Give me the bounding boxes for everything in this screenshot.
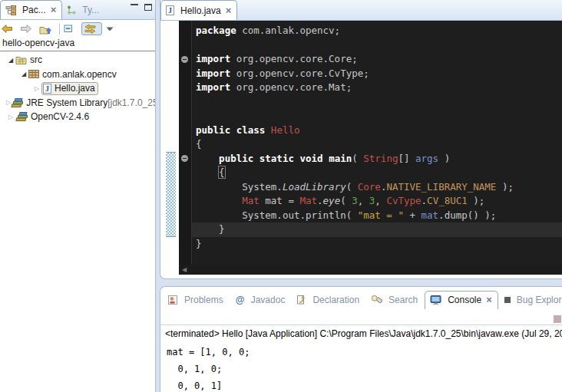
code-line[interactable] bbox=[192, 95, 562, 110]
code-token: { bbox=[196, 138, 202, 150]
collapsed-arrow-icon[interactable]: ▷ bbox=[6, 114, 15, 120]
close-icon[interactable]: × bbox=[486, 296, 492, 304]
code-token: "mat = " bbox=[358, 209, 404, 221]
code-token: CvType bbox=[386, 195, 421, 206]
tree-item-com.anlak.opencv[interactable]: ◢com.anlak.opencv bbox=[0, 68, 155, 82]
code-line[interactable]: import org.opencv.core.CvType; bbox=[192, 67, 562, 81]
close-icon[interactable]: × bbox=[226, 7, 232, 15]
back-icon[interactable] bbox=[1, 24, 16, 34]
src-folder-icon bbox=[15, 55, 27, 64]
code-token: ( bbox=[340, 195, 352, 206]
code-line[interactable]: import org.opencv.core.Core; bbox=[192, 52, 562, 67]
tree-item-src[interactable]: ◢src bbox=[0, 53, 155, 68]
code-line[interactable]: } bbox=[192, 222, 562, 237]
maximize-icon[interactable] bbox=[144, 4, 152, 11]
code-token: ); bbox=[468, 195, 485, 206]
collapse-all-icon[interactable] bbox=[64, 25, 78, 34]
tab-hello-java[interactable]: JHello.java× bbox=[160, 0, 237, 20]
tab-label: Javadoc bbox=[251, 295, 286, 305]
tab-label: Bug Explorer bbox=[517, 295, 562, 305]
minimize-icon[interactable] bbox=[131, 4, 138, 11]
editor-body: package com.anlak.opencv;import org.open… bbox=[164, 21, 562, 265]
divider bbox=[160, 324, 562, 325]
tree-item-label: JRE System Library bbox=[26, 97, 107, 108]
search-icon bbox=[371, 295, 382, 305]
expanded-arrow-icon[interactable]: ◢ bbox=[6, 57, 15, 64]
problems-icon bbox=[168, 295, 178, 305]
panel-window-buttons bbox=[131, 4, 152, 11]
console-output[interactable]: mat = [1, 0, 0; 0, 1, 0; 0, 0, 1] bbox=[167, 344, 250, 392]
tab-console[interactable]: Console× bbox=[425, 291, 498, 309]
editor-panel: JHello.java× package com.anlak.opencv;im… bbox=[160, 0, 562, 279]
code-line[interactable]: import org.opencv.core.Mat; bbox=[192, 81, 562, 95]
tab-search[interactable]: Search bbox=[366, 291, 423, 309]
folding-ruler[interactable] bbox=[179, 21, 191, 265]
code-token: + bbox=[404, 209, 422, 221]
code-token: static bbox=[260, 153, 294, 164]
code-line[interactable] bbox=[192, 109, 562, 124]
toolbar-separator bbox=[59, 24, 60, 35]
package-icon bbox=[28, 70, 39, 78]
expanded-arrow-icon[interactable]: ◢ bbox=[19, 71, 28, 77]
code-editor[interactable]: package com.anlak.opencv;import org.open… bbox=[191, 21, 562, 265]
code-line[interactable] bbox=[192, 38, 562, 53]
code-line[interactable]: System.LoadLibrary( Core.NATIVE_LIBRARY_… bbox=[192, 180, 562, 195]
terminate-icon[interactable] bbox=[554, 315, 561, 323]
tree-item-content: OpenCV-2.4.6 bbox=[15, 111, 89, 122]
package-explorer-icon bbox=[5, 5, 16, 15]
code-token bbox=[323, 153, 329, 164]
selected-tree-item: JHello.java bbox=[41, 82, 98, 95]
view-menu bbox=[106, 27, 114, 31]
code-token: org.opencv.core.Mat; bbox=[230, 81, 352, 93]
tree-item-decoration: [jdk1.7.0_25] bbox=[107, 97, 155, 108]
tree-item-content: src bbox=[15, 54, 42, 65]
console-status-line: <terminated> Hello [Java Application] C:… bbox=[165, 328, 562, 339]
forward bbox=[20, 24, 32, 34]
tab-javadoc[interactable]: @Javadoc bbox=[230, 291, 291, 309]
code-line[interactable]: public static void main( String[] args ) bbox=[192, 152, 562, 166]
view-menu-icon[interactable] bbox=[106, 27, 117, 31]
code-line[interactable]: public class Hello bbox=[192, 124, 562, 138]
scroll-left-icon[interactable]: ◀ bbox=[182, 266, 187, 273]
package-explorer-panel: Pac...×Ty... hello-opencv-java ◢src◢com.… bbox=[0, 0, 156, 392]
code-token: . bbox=[317, 195, 323, 206]
tab-problems[interactable]: Problems bbox=[164, 291, 229, 309]
annotation-ruler[interactable] bbox=[164, 21, 179, 265]
code-line[interactable]: package com.anlak.opencv; bbox=[192, 24, 562, 38]
tab-declaration[interactable]: Declaration bbox=[292, 291, 365, 309]
code-line[interactable]: { bbox=[192, 137, 562, 152]
tab-label: Console bbox=[448, 295, 481, 305]
code-token: org.opencv.core.CvType; bbox=[230, 68, 369, 79]
svg-text:J: J bbox=[168, 6, 172, 15]
tree-item-hello.java[interactable]: ▷JHello.java bbox=[0, 81, 155, 96]
code-line[interactable]: { bbox=[192, 166, 562, 180]
tab-bug-explorer[interactable]: Bug Explorer bbox=[500, 291, 562, 309]
tab-pac[interactable]: Pac...× bbox=[0, 0, 62, 19]
code-token bbox=[196, 166, 219, 178]
tree-item-jre-system-library[interactable]: ▷JRE System Library [jdk1.7.0_25] bbox=[0, 96, 155, 110]
fold-collapse-icon[interactable] bbox=[181, 155, 188, 162]
tree-item-content: com.anlak.opencv bbox=[28, 69, 117, 80]
code-token: mat bbox=[422, 209, 439, 221]
code-token: System.out.println( bbox=[196, 209, 358, 221]
link-with-editor-icon[interactable] bbox=[81, 22, 102, 35]
code-token bbox=[196, 153, 219, 164]
code-token: [] bbox=[398, 153, 415, 164]
code-token: com.anlak.opencv; bbox=[236, 25, 340, 36]
horizontal-scrollbar[interactable]: ◀ bbox=[179, 265, 562, 275]
up-icon[interactable] bbox=[39, 24, 55, 35]
editor-tabstrip: JHello.java× bbox=[160, 0, 562, 21]
code-token: } bbox=[196, 223, 225, 235]
fold-collapse-icon[interactable] bbox=[181, 56, 188, 63]
tab-ty[interactable]: Ty... bbox=[62, 0, 104, 19]
code-token: void bbox=[299, 153, 322, 164]
close-icon[interactable]: × bbox=[51, 6, 57, 14]
matched-brace: { bbox=[219, 166, 225, 178]
forward-icon[interactable] bbox=[20, 24, 35, 34]
code-line[interactable]: System.out.println( "mat = " + mat.dump(… bbox=[192, 209, 562, 223]
console-icon bbox=[430, 295, 441, 305]
code-line[interactable]: } bbox=[192, 237, 562, 252]
code-line[interactable]: Mat mat = Mat.eye( 3, 3, CvType.CV_8UC1 … bbox=[192, 194, 562, 209]
collapsed-arrow-icon[interactable]: ▷ bbox=[32, 85, 41, 92]
tree-item-opencv-2.4.6[interactable]: ▷OpenCV-2.4.6 bbox=[0, 110, 155, 124]
